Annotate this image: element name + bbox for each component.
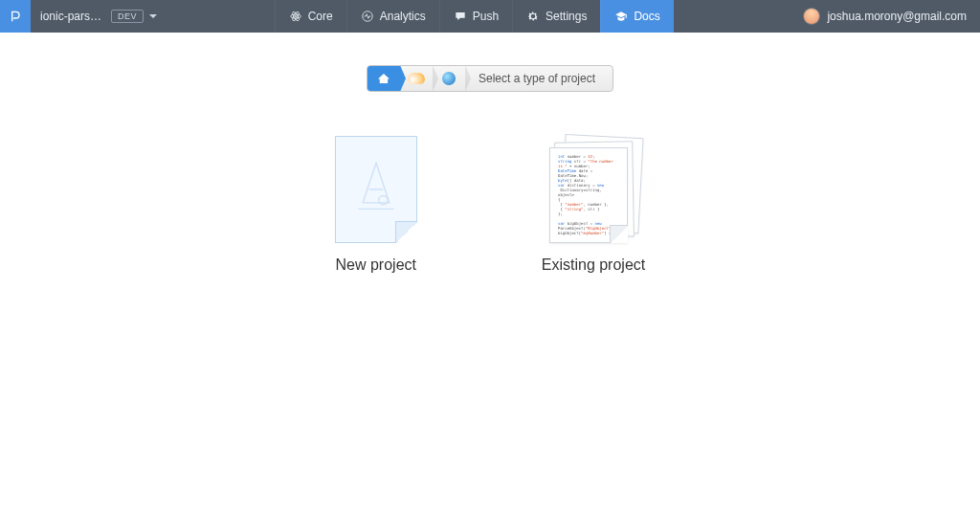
card-new-project[interactable]: New project	[335, 136, 417, 274]
gear-icon	[526, 10, 540, 23]
card-label: New project	[336, 256, 416, 274]
breadcrumb-home[interactable]	[368, 66, 400, 91]
user-email: joshua.morony@gmail.com	[827, 10, 967, 23]
pulse-icon	[361, 10, 374, 23]
nav-core[interactable]: Core	[275, 0, 346, 33]
cloud-icon	[408, 73, 425, 84]
nav-label: Core	[308, 10, 333, 23]
main-content: Select a type of project New project int…	[0, 33, 980, 274]
chevron-down-icon	[149, 14, 157, 18]
graduation-cap-icon	[614, 10, 628, 23]
app-name[interactable]: ionic-pars…	[31, 0, 111, 33]
avatar	[804, 9, 819, 24]
nav-label: Push	[473, 10, 499, 23]
top-bar: ionic-pars… DEV Core Analytics Push Sett…	[0, 0, 980, 33]
nav-label: Settings	[546, 10, 587, 23]
globe-icon	[442, 72, 456, 85]
nav-settings[interactable]: Settings	[512, 0, 600, 33]
logo[interactable]	[0, 0, 31, 33]
svg-point-3	[295, 15, 297, 17]
nav-docs[interactable]: Docs	[600, 0, 673, 33]
nav-push[interactable]: Push	[439, 0, 512, 33]
nav-label: Docs	[634, 10, 659, 23]
atom-icon	[289, 10, 302, 23]
card-label: Existing project	[542, 256, 646, 274]
breadcrumb-label: Select a type of project	[465, 72, 612, 85]
home-icon	[378, 74, 390, 83]
card-existing-project[interactable]: int number = 42; string str = "the numbe…	[542, 136, 646, 274]
project-type-cards: New project int number = 42; string str …	[335, 136, 646, 274]
env-badge-label: DEV	[111, 10, 144, 23]
chat-icon	[454, 10, 467, 23]
env-selector[interactable]: DEV	[111, 0, 157, 33]
parse-logo-icon	[8, 9, 23, 24]
existing-project-icon: int number = 42; string str = "the numbe…	[546, 136, 641, 243]
new-project-icon	[335, 136, 417, 243]
app-name-text: ionic-pars…	[40, 10, 101, 23]
user-menu[interactable]: joshua.morony@gmail.com	[791, 0, 980, 33]
nav-label: Analytics	[380, 10, 426, 23]
nav-analytics[interactable]: Analytics	[346, 0, 439, 33]
main-nav: Core Analytics Push Settings Docs	[275, 0, 674, 33]
breadcrumb: Select a type of project	[367, 65, 613, 92]
